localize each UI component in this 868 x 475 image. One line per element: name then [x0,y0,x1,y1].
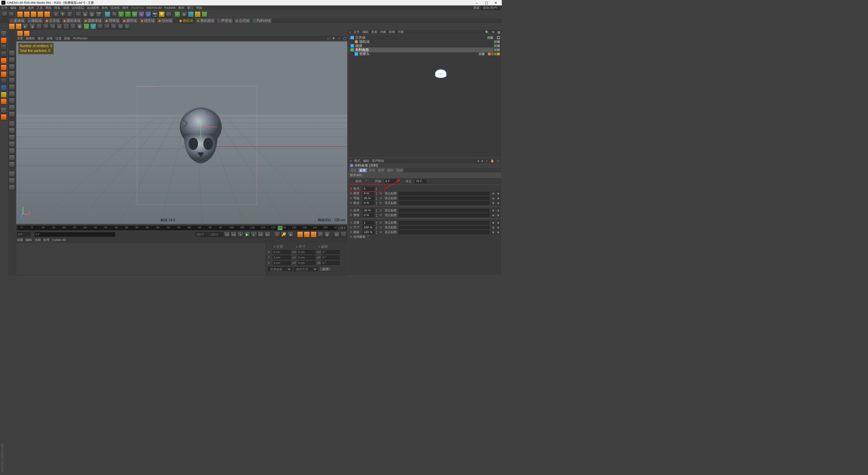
snap-poly-button[interactable] [9,71,15,77]
attr-mode[interactable]: 模式 [354,159,360,163]
field-box[interactable]: 立方域 [44,18,61,24]
icon-btn-13[interactable]: ⬢ [90,23,96,30]
redo-button[interactable]: ↷ [8,11,14,17]
icon-btn-9[interactable]: ▢ [63,23,69,30]
mesh-check5-button[interactable] [9,155,15,161]
tweak-mode-button[interactable] [1,78,7,84]
spinner[interactable]: ▲▼ [376,209,378,212]
map-clear-button[interactable]: ◂ [496,221,500,225]
om-bookmarks[interactable]: 书签 [398,30,404,34]
attr-edit[interactable]: 编辑 [363,159,369,163]
prev-key-button[interactable]: ◂◂ [231,231,237,238]
coord-sx-input[interactable] [297,250,315,254]
om-eye-icon[interactable]: 👁 [492,31,495,34]
field-cylinder[interactable]: 圆柱体域 [62,18,82,24]
menu-mograph[interactable]: 运动图形 [87,6,99,10]
maximize-button[interactable]: ▢ [481,0,491,5]
field-sound[interactable]: 声音域 [216,18,233,24]
map-slot[interactable] [399,209,490,212]
map-browse-button[interactable]: ▸ [492,226,495,229]
quantize-button[interactable] [9,121,15,127]
vp-menu-filter[interactable]: 过滤 [55,36,61,41]
icon-btn-7[interactable]: ⟲ [50,23,56,30]
field-shader[interactable]: 着色器域 [195,18,216,24]
field-python[interactable]: Python域 [252,18,272,24]
keyframe-sel-button[interactable]: ◆ [288,231,294,238]
coord-z-input[interactable] [273,261,291,265]
map-slot[interactable] [399,213,490,217]
menu-character[interactable]: 角色 [102,6,108,10]
plugin2-button[interactable]: ◯ [188,11,194,17]
poly-mode-button[interactable] [1,71,7,77]
snap-midpoint-button[interactable] [9,98,15,104]
tab-texture[interactable]: 纹理 [43,238,50,242]
close-button[interactable]: ✕ [491,0,500,5]
map-clear-button[interactable]: ◂ [496,201,500,205]
spinner[interactable]: ▲▼ [376,221,378,225]
field-random-hl[interactable]: 随机域 [178,18,195,24]
map-slot[interactable] [399,192,490,195]
icon-btn-2[interactable]: ◎ [16,23,22,30]
menu-file[interactable]: 文件 [1,6,7,10]
layout-dropdown[interactable]: 启动 (用户) [481,6,500,10]
vp-menu-options[interactable]: 选项 [46,36,53,41]
vp-menu-display[interactable]: 显示 [38,36,44,41]
time-pos-input[interactable] [35,232,115,237]
param-value-input[interactable] [363,201,374,205]
menu-help[interactable]: 帮助 [196,6,202,10]
coord-sz-input[interactable] [297,261,315,265]
map-clear-button[interactable]: ◂ [496,230,500,234]
snap-workplane-button[interactable] [9,104,15,111]
map-slot[interactable] [399,230,490,234]
attr-tab-dresser[interactable]: 修整 [377,168,386,172]
coord-y-input[interactable] [273,255,291,260]
tree-row-skull[interactable]: 骷髅头 [349,52,500,56]
attr-userdata[interactable]: 用户数据 [372,159,384,163]
icon-btn-14[interactable]: T [97,23,103,30]
menu-redshift[interactable]: Redshift [164,6,176,10]
om-object[interactable]: 对象 [380,30,386,34]
xpresso-button[interactable]: ⬢ [174,11,180,17]
snap-point-button[interactable] [9,57,15,63]
map-browse-button[interactable]: ▸ [492,221,495,225]
timeline[interactable]: 125 051015202530354045505560657075808590… [16,225,347,231]
material-manager[interactable] [16,243,265,275]
tab-function[interactable]: 功能 [35,238,41,242]
tab-cycles4d[interactable]: Cycles 4D [52,238,66,242]
icon-btn-17[interactable]: ⚙ [117,23,123,30]
field-group[interactable]: 柔体域 [9,18,26,24]
om-search-icon[interactable]: 🔍 [485,31,489,34]
coord-h-input[interactable] [321,250,340,254]
menu-volume[interactable]: 体积 [63,6,69,10]
vp-nav-2[interactable]: ✥ [332,37,335,40]
vp-nav-3[interactable]: ⤢ [338,37,340,40]
texture-mode-button[interactable] [1,44,7,50]
coord-apply-button[interactable]: 应用 [319,267,332,271]
render-view-button[interactable]: ▣ [82,11,88,17]
mesh-check3-button[interactable] [9,141,15,147]
minimize-button[interactable]: – [472,0,481,5]
attr-lock-icon[interactable]: 🔒 [490,159,494,163]
model-mode-button[interactable] [1,37,7,43]
tag-button[interactable]: 🏷 [165,11,172,17]
icon-btn-8[interactable]: ◍ [56,23,62,30]
select-tool[interactable]: ↖ [17,11,23,17]
plugin1-button[interactable]: ◉ [181,11,187,17]
spinner[interactable]: ▲▼ [376,213,378,217]
axis-y-toggle[interactable]: Y [60,11,66,17]
auto-checkbox[interactable] [365,179,368,183]
coord-b-input[interactable] [321,261,340,265]
spinner[interactable]: ▲▼ [376,192,378,195]
coord-mode2-select[interactable]: 绝对尺寸 [294,267,318,271]
menu-realflow[interactable]: RealFlow [131,6,144,10]
attr-tab-cache[interactable]: 缓存 [386,168,395,172]
map-slot[interactable] [399,221,490,225]
map-browse-button[interactable]: ▸ [492,209,495,212]
mesh-check2-button[interactable] [9,134,15,140]
coord-system-button[interactable]: ⌖ [75,11,81,17]
menu-script[interactable]: 脚本 [178,6,184,10]
spinner[interactable]: ▲▼ [376,226,378,229]
edge-mode-button[interactable] [1,64,7,71]
icon-btn-6[interactable]: ✴ [43,23,49,30]
key-rot-button[interactable]: ◯ [311,231,317,238]
